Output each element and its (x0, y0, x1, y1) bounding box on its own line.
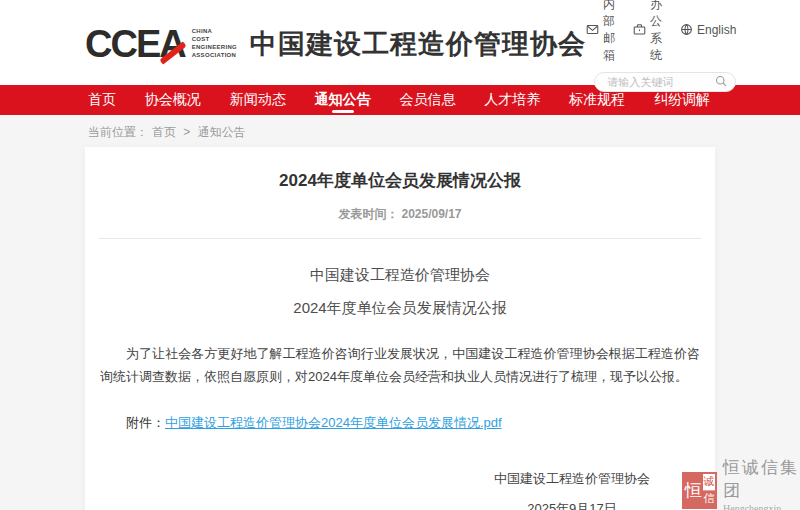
doc-heading-org: 中国建设工程造价管理协会 (85, 266, 715, 285)
globe-icon (680, 23, 693, 36)
briefcase-icon (633, 23, 646, 36)
watermark-name-en: Hengchengxin Group (723, 503, 800, 510)
signature-date: 2025年9月17日 (527, 500, 617, 510)
office-system-link[interactable]: 办公系统 (633, 0, 662, 64)
ccea-logo: CCEA (85, 25, 185, 63)
doc-heading-title: 2024年度单位会员发展情况公报 (85, 299, 715, 318)
article-card: 2024年度单位会员发展情况公报 发表时间：2025/09/17 中国建设工程造… (85, 147, 715, 510)
signature-block: 中国建设工程造价管理协会 2025年9月17日 (477, 470, 667, 510)
breadcrumb-prefix: 当前位置： (88, 125, 148, 139)
published-date: 2025/09/17 (401, 207, 461, 221)
title-divider (99, 238, 701, 239)
internal-mail-link[interactable]: 内部邮箱 (586, 0, 615, 64)
article-meta: 发表时间：2025/09/17 (85, 206, 715, 223)
watermark-name: 恒诚信集团 (723, 456, 800, 502)
breadcrumb: 当前位置：首页 > 通知公告 (0, 115, 800, 142)
logo-subtitle: CHINA COST ENGINEERING ASSOCIATION (192, 28, 237, 59)
watermark-text: 恒诚信集团 Hengchengxin Group (723, 456, 800, 510)
nav-item-standards[interactable]: 标准规程 (569, 85, 625, 115)
search-icon[interactable] (715, 73, 727, 91)
nav-item-training[interactable]: 人才培养 (484, 85, 540, 115)
hengchengxin-watermark: 恒 诚 信 恒诚信集团 Hengchengxin Group (682, 456, 800, 510)
breadcrumb-home-link[interactable]: 首页 (152, 125, 176, 139)
nav-item-notices[interactable]: 通知公告 (315, 85, 371, 115)
breadcrumb-current[interactable]: 通知公告 (198, 125, 246, 139)
published-label: 发表时间： (338, 207, 398, 221)
breadcrumb-separator: > (183, 125, 190, 139)
site-logo[interactable]: CCEA CHINA COST ENGINEERING ASSOCIATION … (85, 25, 586, 63)
nav-item-members[interactable]: 会员信息 (399, 85, 455, 115)
attachment-row: 附件：中国建设工程造价管理协会2024年度单位会员发展情况.pdf (100, 414, 700, 432)
nav-item-about[interactable]: 协会概况 (145, 85, 201, 115)
article-paragraph: 为了让社会各方更好地了解工程造价咨询行业发展状况，中国建设工程造价管理协会根据工… (100, 342, 700, 388)
org-name: 中国建设工程造价管理协会 (250, 26, 586, 62)
attachment-label: 附件： (126, 415, 165, 430)
seal-icon: 恒 诚 信 (682, 472, 717, 509)
article-title: 2024年度单位会员发展情况公报 (85, 169, 715, 192)
header-right: 内部邮箱 办公系统 E (586, 0, 736, 92)
nav-item-mediation[interactable]: 纠纷调解 (654, 85, 710, 115)
nav-item-news[interactable]: 新闻动态 (230, 85, 286, 115)
utility-links: 内部邮箱 办公系统 E (586, 0, 736, 64)
main-nav: 首页 协会概况 新闻动态 通知公告 会员信息 人才培养 标准规程 纠纷调解 (0, 85, 800, 115)
attachment-pdf-link[interactable]: 中国建设工程造价管理协会2024年度单位会员发展情况.pdf (165, 415, 502, 430)
site-header: CCEA CHINA COST ENGINEERING ASSOCIATION … (0, 0, 800, 85)
english-link[interactable]: English (680, 23, 736, 37)
nav-item-home[interactable]: 首页 (88, 85, 116, 115)
mail-icon (586, 23, 599, 36)
signature-org: 中国建设工程造价管理协会 (494, 470, 650, 488)
